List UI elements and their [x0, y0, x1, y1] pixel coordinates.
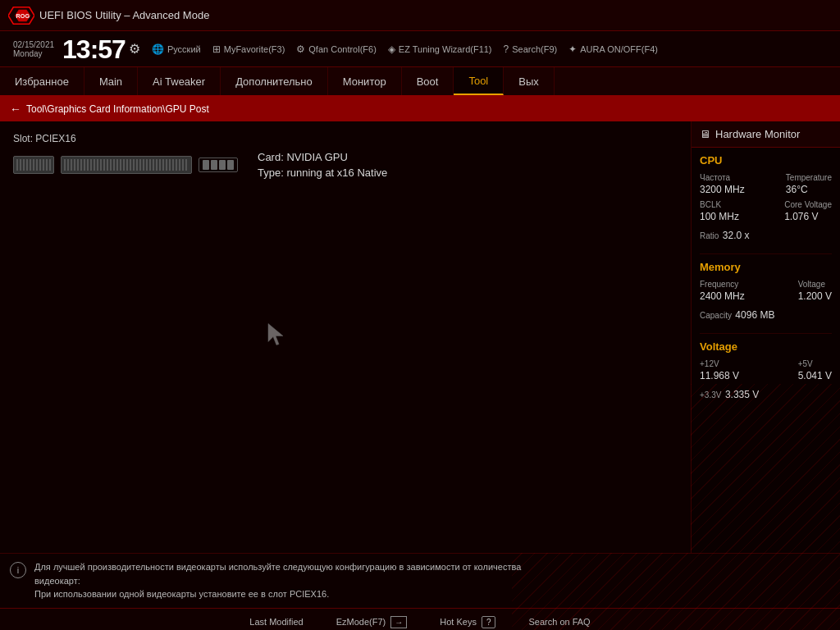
hotkeys-item[interactable]: Hot Keys ? — [440, 616, 495, 628]
aura-button[interactable]: ✦ AURA ON/OFF(F4) — [564, 42, 663, 57]
info-bar: i Для лучшей производительности видеокар… — [0, 553, 840, 608]
voltage-5v-col: +5V 5.041 V — [798, 359, 832, 381]
nav-boot[interactable]: Boot — [402, 67, 454, 95]
globe-icon: 🌐 — [152, 43, 164, 55]
voltage-33v-label: +3.3V — [700, 390, 721, 399]
date-display: 02/15/2021Monday — [13, 40, 54, 58]
asus-rog-logo: ROG — [8, 7, 34, 25]
voltage-12v-label: +12V — [700, 359, 739, 368]
top-bar: ROG UEFI BIOS Utility – Advanced Mode — [0, 0, 840, 31]
hw-monitor-title: Hardware Monitor — [715, 128, 800, 140]
logo-area: ROG UEFI BIOS Utility – Advanced Mode — [8, 7, 209, 25]
ezmode-label: EzMode(F7) — [336, 617, 386, 627]
cpu-ratio-row: Ratio 32.0 x — [700, 227, 832, 242]
power-pin-1 — [203, 160, 209, 170]
monitor-icon: 🖥 — [700, 128, 710, 140]
top-nav-buttons: 🌐 Русский ⊞ MyFavorite(F3) ⚙ Qfan Contro… — [147, 42, 827, 57]
cpu-core-voltage-value: 1.076 V — [784, 211, 832, 222]
aura-icon: ✦ — [568, 43, 577, 55]
slot-label: Slot: PCIEX16 — [13, 133, 678, 144]
hw-monitor-header: 🖥 Hardware Monitor — [692, 121, 840, 148]
voltage-33v-value: 3.335 V — [725, 389, 759, 400]
svg-marker-3 — [268, 324, 283, 345]
memory-frequency-label: Frequency — [700, 280, 745, 289]
cpu-bclk-label: BCLK — [700, 200, 739, 209]
last-modified-label: Last Modified — [249, 617, 303, 627]
cpu-core-voltage-label: Core Voltage — [784, 200, 832, 209]
voltage-12v-col: +12V 11.968 V — [700, 359, 739, 381]
cpu-temperature-value: 36°C — [786, 184, 832, 195]
voltage-5v-value: 5.041 V — [798, 370, 832, 381]
settings-icon[interactable]: ⚙ — [129, 41, 140, 57]
slot-connector-large — [61, 156, 192, 174]
info-text: Для лучшей производительности видеокарты… — [34, 560, 521, 601]
voltage-33v-row: +3.3V 3.335 V — [700, 386, 832, 401]
breadcrumb-bar: ← Tool\Graphics Card Information\GPU Pos… — [0, 97, 840, 121]
nav-main[interactable]: Main — [84, 67, 138, 95]
slot-power-connector — [199, 158, 238, 172]
card-type: Type: running at x16 Native — [258, 167, 387, 179]
cpu-frequency-value: 3200 MHz — [700, 184, 745, 195]
nav-ai-tweaker[interactable]: Ai Tweaker — [138, 67, 221, 95]
cpu-bclk-voltage-row: BCLK 100 MHz Core Voltage 1.076 V — [700, 200, 832, 222]
memory-capacity-value: 4096 MB — [735, 309, 774, 321]
cpu-frequency-label: Частота — [700, 173, 745, 182]
memory-section-title: Memory — [700, 261, 832, 273]
cpu-core-voltage-col: Core Voltage 1.076 V — [784, 200, 832, 222]
last-modified-item[interactable]: Last Modified — [249, 617, 303, 627]
memory-capacity-label: Capacity — [700, 311, 732, 320]
cpu-temperature-label: Temperature — [786, 173, 832, 182]
eztuning-button[interactable]: ◈ EZ Tuning Wizard(F11) — [383, 42, 497, 57]
nav-dopolnitelno[interactable]: Дополнительно — [221, 67, 328, 95]
datetime-bar: 02/15/2021Monday 13:57 ⚙ 🌐 Русский ⊞ MyF… — [0, 31, 840, 67]
info-icon: i — [10, 562, 26, 578]
nav-tool[interactable]: Tool — [454, 67, 504, 95]
cursor — [267, 322, 286, 353]
time-display: 13:57 — [62, 36, 126, 62]
memory-voltage-label: Voltage — [798, 280, 832, 289]
search-button[interactable]: ? Search(F9) — [499, 42, 563, 57]
cpu-freq-temp-row: Частота 3200 MHz Temperature 36°C — [700, 173, 832, 195]
main-panel: Slot: PCIEX16 Card: NVIDIA GPU Type: run… — [0, 121, 691, 553]
memory-section: Memory Frequency 2400 MHz Voltage 1.200 … — [692, 254, 840, 333]
memory-frequency-value: 2400 MHz — [700, 290, 745, 302]
cpu-bclk-value: 100 MHz — [700, 211, 739, 222]
datetime-left: 02/15/2021Monday — [13, 40, 54, 58]
bios-title: UEFI BIOS Utility – Advanced Mode — [39, 9, 209, 21]
cpu-ratio-value: 32.0 x — [723, 230, 750, 241]
gpu-slot-visual: Card: NVIDIA GPU Type: running at x16 Na… — [13, 151, 678, 179]
fan-icon: ⚙ — [296, 43, 305, 55]
ezmode-arrow-icon: → — [390, 616, 407, 628]
hotkeys-label: Hot Keys — [440, 617, 477, 627]
wizard-icon: ◈ — [388, 43, 395, 55]
search-faq-item[interactable]: Search on FAQ — [528, 617, 590, 627]
card-name: Card: NVIDIA GPU — [258, 151, 387, 163]
ezmode-item[interactable]: EzMode(F7) → — [336, 616, 408, 628]
nav-vyx[interactable]: Выx — [504, 67, 555, 95]
voltage-section-title: Voltage — [700, 340, 832, 353]
bottom-bar: Last Modified EzMode(F7) → Hot Keys ? Se… — [0, 608, 840, 631]
voltage-5v-label: +5V — [798, 359, 832, 368]
memory-voltage-value: 1.200 V — [798, 290, 832, 302]
cpu-temperature-col: Temperature 36°C — [786, 173, 832, 195]
gpu-info: Card: NVIDIA GPU Type: running at x16 Na… — [258, 151, 387, 179]
memory-freq-voltage-row: Frequency 2400 MHz Voltage 1.200 V — [700, 280, 832, 302]
language-button[interactable]: 🌐 Русский — [147, 42, 206, 57]
main-nav: Избранное Main Ai Tweaker Дополнительно … — [0, 67, 840, 97]
cpu-section-title: CPU — [700, 154, 832, 167]
back-button[interactable]: ← — [10, 103, 21, 116]
myfavorite-icon: ⊞ — [212, 43, 221, 55]
memory-capacity-row: Capacity 4096 MB — [700, 307, 832, 322]
voltage-12v-value: 11.968 V — [700, 370, 739, 381]
svg-text:ROG: ROG — [16, 12, 30, 20]
nav-monitor[interactable]: Монитор — [328, 67, 402, 95]
search-icon: ? — [504, 43, 509, 55]
voltage-section: Voltage +12V 11.968 V +5V 5.041 V +3.3V … — [692, 334, 840, 413]
qfan-button[interactable]: ⚙ Qfan Control(F6) — [291, 42, 381, 57]
power-pin-3 — [219, 160, 226, 170]
search-faq-label: Search on FAQ — [528, 617, 590, 627]
power-pin-2 — [211, 160, 217, 170]
cpu-ratio-label: Ratio — [700, 231, 719, 240]
nav-izbrannoye[interactable]: Избранное — [0, 67, 84, 95]
myfavorite-button[interactable]: ⊞ MyFavorite(F3) — [208, 42, 290, 57]
